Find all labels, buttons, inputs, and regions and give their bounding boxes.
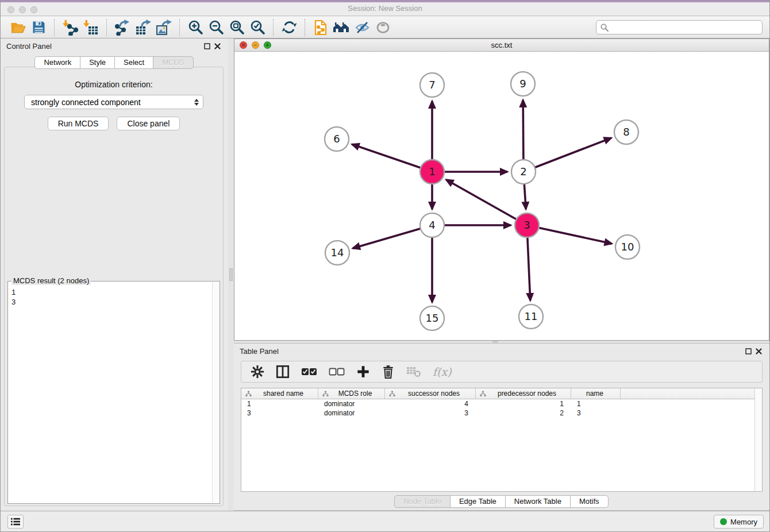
node-2[interactable]: 2 [511,160,536,184]
save-session-button[interactable] [28,18,49,37]
node-7[interactable]: 7 [420,73,444,97]
node-label: 15 [426,312,439,324]
column-header-successor-nodes[interactable]: successor nodes [385,388,476,399]
float-table-panel-button[interactable] [743,346,753,356]
edge-4-14[interactable] [353,228,422,248]
node-6[interactable]: 6 [325,127,349,151]
gear-icon [251,365,264,379]
column-header-name[interactable]: name [571,388,621,399]
zoom-in-icon [188,20,203,35]
cell-shared-name[interactable]: 3 [241,409,318,417]
edge-2-3[interactable] [524,183,526,209]
show-column-panel-button[interactable] [276,363,290,380]
close-table-panel-button[interactable] [753,346,764,356]
node-4[interactable]: 4 [420,213,444,237]
result-scrollbar[interactable] [212,282,219,503]
edge-3-1[interactable] [446,180,517,220]
cell-shared-name[interactable]: 1 [241,400,318,408]
export-network-button[interactable] [112,18,133,37]
cell-predecessor-nodes[interactable]: 1 [476,400,571,408]
zoom-out-icon [209,20,224,35]
table-row[interactable]: 1dominator411 [241,399,762,408]
edge-3-11[interactable] [528,236,530,300]
node-9[interactable]: 9 [511,72,535,96]
zoom-selected-button[interactable] [247,18,268,37]
zoom-in-button[interactable] [185,18,206,37]
node-11[interactable]: 11 [519,304,543,329]
close-panel-action-button[interactable]: Close panel [117,117,180,130]
network-from-selection-button[interactable] [310,18,331,37]
cell-name[interactable]: 3 [571,409,621,417]
zoom-out-button[interactable] [206,18,226,37]
node-label: 11 [525,310,538,322]
apply-layout-button[interactable] [279,18,299,37]
application-window: Session: New Session Control Panel [0,0,770,532]
criterion-select[interactable]: strongly connected component [24,95,203,109]
tab-select[interactable]: Select [114,56,153,69]
cell-predecessor-nodes[interactable]: 2 [476,409,571,417]
tab-node-table[interactable]: Node Table [394,495,451,508]
tab-mcds[interactable]: MCDS [153,56,193,69]
vertical-splitter[interactable] [228,38,234,511]
table-scrollbar[interactable] [754,388,762,491]
float-icon [204,43,210,49]
table-row[interactable]: 3dominator323 [241,408,762,418]
create-column-button[interactable] [356,363,370,380]
node-14[interactable]: 14 [325,241,349,265]
node-3[interactable]: 3 [515,213,539,237]
edge-3-10[interactable] [538,228,612,244]
search-input[interactable] [611,23,758,32]
task-history-button[interactable] [7,515,24,529]
edge-1-6[interactable] [352,144,422,168]
column-header-predecessor-nodes[interactable]: predecessor nodes [476,388,571,399]
node-1[interactable]: 1 [420,160,444,184]
float-panel-button[interactable] [202,41,212,51]
home-neighbors-button[interactable] [331,18,352,37]
import-table-button[interactable] [80,18,101,37]
cell-name[interactable]: 1 [571,400,621,408]
function-builder-button[interactable]: f(x) [433,363,452,380]
zoom-fit-button[interactable] [226,18,247,37]
close-panel-button[interactable] [212,41,222,51]
import-network-button[interactable] [60,18,80,37]
search-field[interactable] [596,20,763,34]
hide-selected-button[interactable] [352,18,372,37]
tab-style[interactable]: Style [80,56,115,69]
cell-successor-nodes[interactable]: 3 [385,409,476,417]
select-all-button[interactable] [301,363,317,380]
cell-MCDS-role[interactable]: dominator [318,400,385,408]
run-mcds-button[interactable]: Run MCDS [48,117,109,130]
network-window-titlebar: ✕ − + scc.txt [234,39,769,52]
table-settings-button[interactable] [251,363,264,380]
delete-table-button[interactable] [406,363,421,380]
node-15[interactable]: 15 [420,306,444,330]
column-header-MCDS-role[interactable]: MCDS role [318,388,385,399]
export-table-button[interactable] [133,18,153,37]
edge-2-8[interactable] [534,138,611,168]
show-all-button[interactable] [372,18,393,37]
delete-column-button[interactable] [382,363,395,380]
open-session-button[interactable] [7,18,28,37]
control-panel-title: Control Panel [6,42,52,51]
memory-button[interactable]: Memory [714,515,764,529]
edge-2-9[interactable] [523,100,523,161]
column-header-shared-name[interactable]: shared name [241,388,318,399]
tab-network-table[interactable]: Network Table [505,495,571,508]
export-image-button[interactable] [153,18,174,37]
tab-motifs[interactable]: Motifs [570,495,609,508]
mcds-result-text[interactable]: 13 [11,287,211,502]
tab-network[interactable]: Network [34,56,80,69]
tab-edge-table[interactable]: Edge Table [450,495,506,508]
main-toolbar [1,17,769,38]
deselect-all-button[interactable] [329,363,345,380]
node-8[interactable]: 8 [614,120,638,144]
optimization-criterion-label: Optimization criterion: [5,80,223,89]
cell-MCDS-role[interactable]: dominator [318,409,385,417]
import-network-icon [62,20,78,36]
node-10[interactable]: 10 [615,235,640,259]
network-canvas[interactable]: 7968124314101511 [234,52,769,340]
mcds-result-box: MCDS result (2 nodes) 13 [7,281,220,504]
splitter-grip[interactable] [229,268,233,281]
cell-successor-nodes[interactable]: 4 [385,400,476,408]
toolbar-separator [54,19,55,36]
